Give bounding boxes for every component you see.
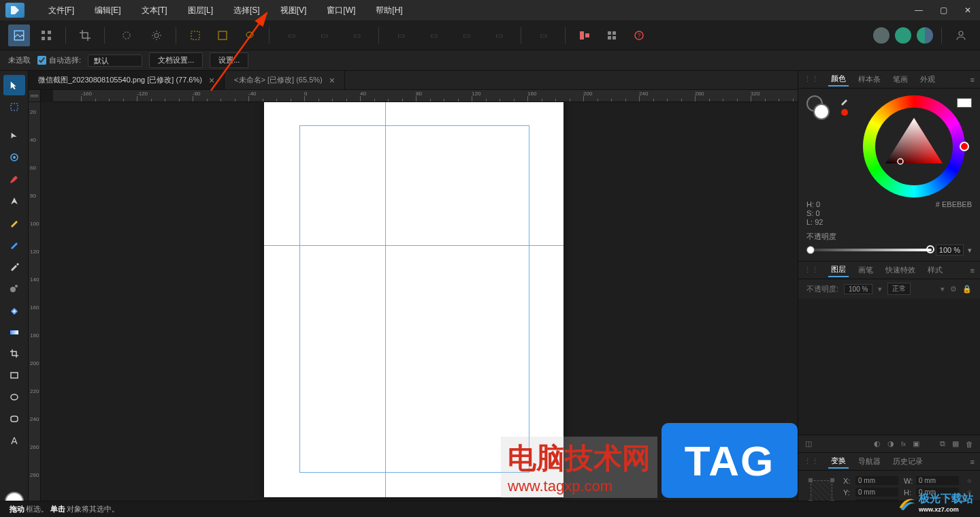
toolbar-gear-icon[interactable] xyxy=(146,25,167,46)
rectangle-tool[interactable] xyxy=(3,365,25,386)
menu-select[interactable]: 选择[S] xyxy=(223,0,270,20)
preferences-button[interactable]: 设置... xyxy=(210,52,248,68)
tab-swatches[interactable]: 样本条 xyxy=(855,73,883,86)
healing-tool[interactable] xyxy=(3,300,25,320)
opacity-slider[interactable] xyxy=(806,249,932,251)
toolbar-grid-icon[interactable] xyxy=(35,25,57,46)
toolbar-swatch-1[interactable] xyxy=(873,27,889,44)
panel-menu-icon[interactable]: ≡ xyxy=(970,266,975,275)
tab-appearance[interactable]: 外观 xyxy=(917,73,938,86)
menu-view[interactable]: 视图[V] xyxy=(270,0,317,20)
color-wheel[interactable] xyxy=(863,95,965,198)
delete-layer-icon[interactable]: 🗑 xyxy=(966,440,973,448)
opacity-value[interactable]: 100 % xyxy=(936,245,964,255)
current-color-swatch[interactable] xyxy=(957,98,972,108)
text-tool[interactable]: A xyxy=(3,430,25,451)
chevron-down-icon[interactable]: ▾ xyxy=(968,246,972,255)
panel-menu-icon[interactable]: ≡ xyxy=(970,458,975,466)
drag-handle-icon[interactable]: ⋮⋮ xyxy=(804,457,819,466)
tab-navigator[interactable]: 导航器 xyxy=(855,455,883,468)
x-value[interactable]: 0 mm xyxy=(855,476,898,485)
mask-icon[interactable]: ◫ xyxy=(805,439,812,448)
menu-layer[interactable]: 图层[L] xyxy=(178,0,223,20)
hue-ring-handle[interactable] xyxy=(960,142,969,151)
gradient-tool[interactable] xyxy=(3,322,25,342)
fx-text-icon[interactable]: fx xyxy=(901,441,906,448)
tab-effects[interactable]: 快速特效 xyxy=(883,264,918,277)
ellipse-tool[interactable] xyxy=(3,387,25,407)
clone-tool[interactable] xyxy=(3,278,25,298)
adjustment-icon[interactable]: ◐ xyxy=(874,439,881,448)
move-tool[interactable] xyxy=(3,75,25,95)
recent-color-dot[interactable] xyxy=(841,109,848,116)
auto-select-checkbox[interactable]: 自动选择: xyxy=(37,55,81,65)
toolbar-swatch-2[interactable] xyxy=(895,27,911,44)
menu-text[interactable]: 文本[T] xyxy=(131,0,178,20)
menu-file[interactable]: 文件[F] xyxy=(38,0,84,20)
eyedropper-tool[interactable] xyxy=(3,256,25,277)
panel-menu-icon[interactable]: ≡ xyxy=(970,76,975,84)
pencil-tool[interactable] xyxy=(3,213,25,233)
link-wh-icon[interactable]: ⟐ xyxy=(967,476,972,484)
layer-opacity-value[interactable]: 100 % xyxy=(844,284,872,294)
toolbar-help-icon[interactable]: ? xyxy=(628,25,650,46)
color-triangle[interactable] xyxy=(880,112,948,181)
rounded-rect-tool[interactable] xyxy=(3,409,25,429)
menu-window[interactable]: 窗口[W] xyxy=(316,0,365,20)
menu-help[interactable]: 帮助[H] xyxy=(365,0,412,20)
live-filter-tool[interactable] xyxy=(3,147,25,168)
marquee-tool[interactable] xyxy=(3,97,25,117)
toolbar-align-icon[interactable] xyxy=(574,25,595,46)
account-icon[interactable] xyxy=(950,25,972,46)
crop-tool[interactable] xyxy=(3,343,25,364)
fill-stroke-swatches[interactable] xyxy=(806,95,834,120)
add-layer-icon[interactable]: ▦ xyxy=(952,439,959,448)
drag-handle-icon[interactable]: ⋮⋮ xyxy=(804,75,819,84)
lock-icon[interactable]: 🔒 xyxy=(962,285,972,294)
gear-icon[interactable]: ⚙ xyxy=(950,285,957,294)
hex-value[interactable]: EBEBEB xyxy=(942,200,972,208)
toolbar-grid2-icon[interactable] xyxy=(601,25,623,46)
tab-layers[interactable]: 图层 xyxy=(828,263,849,277)
toolbar-reset-icon[interactable] xyxy=(113,25,140,46)
chevron-down-icon[interactable]: ▾ xyxy=(941,285,945,294)
fx-icon[interactable]: ◑ xyxy=(887,439,894,448)
layers-list[interactable] xyxy=(798,298,980,435)
canvas[interactable]: 电脑技术网 www.tagxp.com TAG xyxy=(41,102,798,507)
vertical-ruler[interactable]: 20406080100120140160180200220240260280 xyxy=(29,102,41,507)
document-tab-1[interactable]: 微信截图_20230808105540.png [已修改] (77.6%) × xyxy=(29,71,225,89)
crop-mask-icon[interactable]: ▣ xyxy=(913,439,919,448)
auto-select-mode[interactable]: 默认 xyxy=(88,54,142,67)
link-icon[interactable]: ⧉ xyxy=(940,439,945,448)
tab-brushes[interactable]: 画笔 xyxy=(855,264,876,277)
horizontal-ruler[interactable]: -160-120-80-4004080120160200240280320360 xyxy=(53,90,798,102)
toolbar-lasso-icon[interactable] xyxy=(239,25,261,46)
persona-photo-button[interactable] xyxy=(8,25,30,46)
node-tool[interactable] xyxy=(3,125,25,146)
menu-edit[interactable]: 编辑[E] xyxy=(84,0,131,20)
tab-history[interactable]: 历史记录 xyxy=(890,455,926,468)
pen-tool[interactable] xyxy=(3,191,25,211)
doc-settings-button[interactable]: 文档设置... xyxy=(149,52,203,68)
tab-styles[interactable]: 样式 xyxy=(925,264,945,277)
w-value[interactable]: 0 mm xyxy=(916,476,959,485)
close-icon[interactable]: × xyxy=(329,75,335,86)
paint-brush-tool[interactable] xyxy=(3,169,25,189)
toolbar-marquee-solid-icon[interactable] xyxy=(212,25,233,46)
tab-transform[interactable]: 变换 xyxy=(828,454,849,469)
blend-mode-select[interactable]: 正常 xyxy=(887,283,911,295)
minimize-button[interactable]: — xyxy=(906,0,931,20)
document-tab-2[interactable]: <未命名> [已修改] (65.5%) × xyxy=(225,71,345,89)
close-button[interactable]: ✕ xyxy=(956,0,980,20)
toolbar-crop-icon[interactable] xyxy=(74,25,96,46)
eyedropper-icon[interactable] xyxy=(839,95,850,106)
toolbar-swatch-3[interactable] xyxy=(917,27,933,44)
y-value[interactable]: 0 mm xyxy=(855,488,898,497)
fill-swatch[interactable] xyxy=(813,104,830,120)
maximize-button[interactable]: ▢ xyxy=(931,0,956,20)
color-replace-tool[interactable] xyxy=(3,234,25,255)
toolbar-marquee-dotted-icon[interactable] xyxy=(184,25,206,46)
tab-stroke[interactable]: 笔画 xyxy=(890,73,911,86)
tab-color[interactable]: 颜色 xyxy=(828,72,849,87)
drag-handle-icon[interactable]: ⋮⋮ xyxy=(804,266,819,275)
